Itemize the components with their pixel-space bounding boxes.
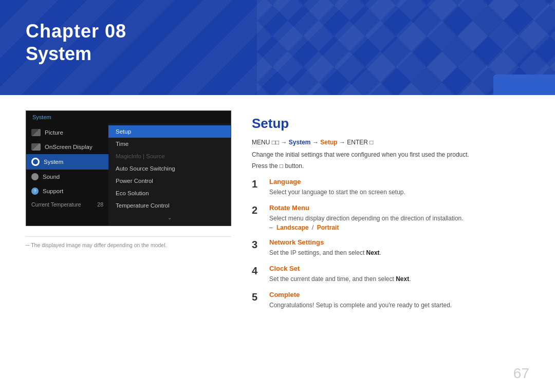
enter-keyword: ENTER □ [347, 139, 373, 146]
step-4-heading: Clock Set [269, 265, 529, 272]
step-2-content: Rotate Menu Select menu display directio… [269, 204, 529, 231]
page-number: 67 [513, 365, 529, 382]
step-4-content: Clock Set Set the current date and time,… [269, 265, 529, 284]
onscreen-icon [31, 143, 41, 151]
step-5-desc: Congratulations! Setup is complete and y… [269, 301, 529, 310]
sound-icon [31, 173, 39, 180]
step-list: 1 Language Select your language to start… [252, 178, 529, 310]
submenu-chevron: ⌄ [108, 212, 231, 223]
landscape-option: Landscape [276, 224, 309, 231]
step-3-desc: Set the IP settings, and then select Nex… [269, 248, 529, 257]
submenu-time[interactable]: Time [108, 138, 231, 150]
picture-label: Picture [45, 129, 63, 136]
menu-content: Picture OnScreen Display System Sound [26, 123, 231, 226]
step-5-heading: Complete [269, 291, 529, 298]
chapter-label: Chapter 08 [26, 21, 126, 42]
onscreen-label: OnScreen Display [45, 144, 92, 150]
picture-icon [31, 129, 41, 136]
monitor-note: The displayed image may differ depending… [26, 236, 231, 248]
submenu-auto-source[interactable]: Auto Source Switching [108, 162, 231, 175]
sound-label: Sound [43, 174, 60, 180]
step-4: 4 Clock Set Set the current date and tim… [252, 265, 529, 284]
submenu-temperature-control[interactable]: Temperature Control [108, 199, 231, 212]
header-title: Chapter 08 System [26, 21, 126, 65]
setup-path: Setup [320, 139, 339, 146]
step-4-desc: Set the current date and time, and then … [269, 274, 529, 284]
step-1-number: 1 [252, 178, 262, 197]
left-menu: Picture OnScreen Display System Sound [26, 123, 108, 226]
step-2-heading: Rotate Menu [269, 204, 529, 212]
submenu-magicinfo: MagicInfo | Source [108, 150, 231, 162]
menu-arrow1: → [281, 139, 289, 146]
right-panel: Setup MENU □□ → System → Setup → ENTER □… [252, 110, 529, 317]
menu-arrow2: → [312, 139, 320, 146]
step-1-heading: Language [269, 178, 529, 185]
step-4-next: Next [396, 275, 409, 283]
step-3-number: 3 [252, 238, 262, 257]
header-tab-decoration [493, 74, 555, 95]
step-5-number: 5 [252, 291, 262, 310]
left-menu-item-picture[interactable]: Picture [26, 125, 108, 140]
header-banner: Chapter 08 System [0, 0, 555, 95]
step-4-number: 4 [252, 265, 262, 284]
option-separator: / [312, 224, 313, 231]
setup-title: Setup [252, 116, 529, 132]
menu-path: MENU □□ → System → Setup → ENTER □ [252, 139, 529, 146]
step-3-content: Network Settings Set the IP settings, an… [269, 238, 529, 257]
menu-arrow3: → [339, 139, 347, 146]
step-2-desc: Select menu display direction depending … [269, 214, 529, 223]
step-2-sub: – Landscape / Portrait [269, 224, 529, 231]
system-icon [31, 158, 40, 166]
step-1-desc: Select your language to start the on scr… [269, 188, 529, 197]
system-label: System [26, 43, 126, 65]
submenu-setup[interactable]: Setup [108, 125, 231, 138]
step-5-content: Complete Congratulations! Setup is compl… [269, 291, 529, 310]
left-menu-item-system[interactable]: System [26, 154, 108, 170]
dash-icon: – [269, 224, 273, 231]
left-panel: System Picture OnScreen Display System [26, 110, 231, 317]
temp-value: 28 [97, 201, 103, 208]
left-menu-item-support[interactable]: ? Support [26, 184, 108, 198]
description2: Press the □ button. [252, 161, 529, 171]
portrait-option: Portrait [317, 224, 339, 231]
step-3-next: Next [366, 249, 380, 256]
support-icon: ? [31, 188, 39, 195]
menu-header-label: System [32, 114, 51, 120]
system-path: System [289, 139, 312, 146]
system-label-menu: System [44, 159, 63, 165]
submenu-eco-solution[interactable]: Eco Solution [108, 187, 231, 199]
main-content: System Picture OnScreen Display System [0, 95, 555, 317]
left-menu-item-onscreen[interactable]: OnScreen Display [26, 140, 108, 154]
step-3-heading: Network Settings [269, 238, 529, 246]
step-5: 5 Complete Congratulations! Setup is com… [252, 291, 529, 310]
right-submenu: Setup Time MagicInfo | Source Auto Sourc… [108, 123, 231, 226]
monitor-ui: System Picture OnScreen Display System [26, 110, 231, 226]
left-menu-item-sound[interactable]: Sound [26, 170, 108, 184]
temperature-row: Current Temperature 28 [26, 198, 108, 211]
support-label: Support [43, 188, 63, 194]
submenu-power-control[interactable]: Power Control [108, 175, 231, 187]
step-2-number: 2 [252, 204, 262, 231]
menu-keyword: MENU □□ [252, 139, 281, 146]
temp-label: Current Temperature [31, 201, 81, 208]
step-2: 2 Rotate Menu Select menu display direct… [252, 204, 529, 231]
menu-header: System [26, 111, 231, 123]
step-1: 1 Language Select your language to start… [252, 178, 529, 197]
step-3: 3 Network Settings Set the IP settings, … [252, 238, 529, 257]
step-1-content: Language Select your language to start t… [269, 178, 529, 197]
description1: Change the initial settings that were co… [252, 150, 529, 159]
